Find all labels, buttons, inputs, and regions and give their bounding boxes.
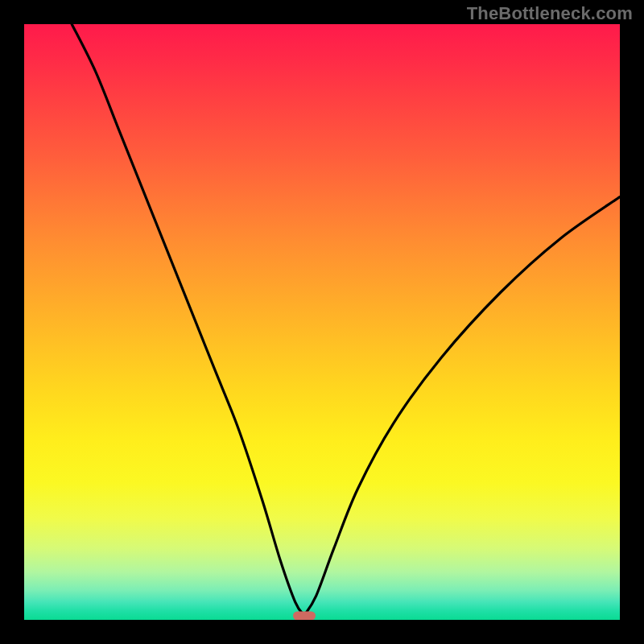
chart-frame: TheBottleneck.com (0, 0, 644, 644)
watermark-text: TheBottleneck.com (467, 3, 633, 24)
bottleneck-curve (24, 24, 620, 620)
optimal-point-marker (293, 611, 316, 620)
curve-path (72, 24, 620, 616)
plot-area (24, 24, 620, 620)
